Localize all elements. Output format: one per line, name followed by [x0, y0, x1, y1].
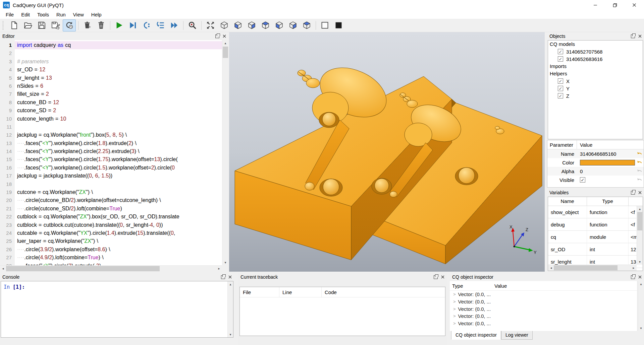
- view-left-button[interactable]: [286, 19, 300, 31]
- scroll-up-icon[interactable]: ▴: [222, 40, 228, 46]
- code-line[interactable]: ····.faces("<Y").workplane().circle(2.25…: [15, 147, 222, 155]
- inspector-row[interactable]: >Vector: (0.0, ...: [450, 320, 637, 327]
- scroll-right-icon[interactable]: ▸: [631, 265, 636, 271]
- tree-group-label[interactable]: CQ models: [548, 41, 643, 48]
- checkbox[interactable]: ✓: [558, 86, 563, 91]
- save-button[interactable]: [35, 19, 48, 31]
- scroll-up-icon[interactable]: ▴: [638, 281, 644, 287]
- code-line[interactable]: cutblock·=·cutblock.cut(cutcone).transla…: [15, 221, 222, 229]
- menu-help[interactable]: Help: [88, 11, 105, 18]
- expand-icon[interactable]: >: [453, 299, 456, 304]
- menu-file[interactable]: File: [2, 11, 17, 18]
- close-panel-icon[interactable]: [441, 275, 444, 279]
- open-file-button[interactable]: [21, 19, 35, 31]
- tab-log-viewer[interactable]: Log viewer: [501, 331, 533, 340]
- code-line[interactable]: cutblock·=·cq.Workplane("ZX").box(sr_OD,…: [15, 213, 222, 221]
- maximize-button[interactable]: [605, 0, 625, 10]
- code-line[interactable]: ····.circle(4.9/2).loft(combine=True)·\: [15, 254, 222, 262]
- cad-model[interactable]: X Z Y: [229, 32, 545, 272]
- tree-group-label[interactable]: Imports: [548, 63, 643, 70]
- close-button[interactable]: [625, 0, 644, 10]
- float-panel-icon[interactable]: [631, 275, 635, 279]
- view-top-button[interactable]: [259, 19, 272, 31]
- wireframe-button[interactable]: [318, 19, 331, 31]
- code-line[interactable]: ····.faces("<Y").workplane().circle(1.5)…: [15, 164, 222, 172]
- tree-item[interactable]: ✓3140652707568: [548, 48, 643, 55]
- code-line[interactable]: fillet_size·=·2: [15, 90, 222, 98]
- code-line[interactable]: nSides·=·6: [15, 82, 222, 90]
- expand-icon[interactable]: >: [453, 314, 456, 319]
- inspector-row[interactable]: >Vector: (0.0, ...: [450, 305, 637, 313]
- close-panel-icon[interactable]: [638, 191, 642, 194]
- view-bottom-button[interactable]: [273, 19, 286, 31]
- menu-edit[interactable]: Edit: [17, 11, 34, 18]
- code-line[interactable]: cutcone·=·cq.Workplane("ZX")·\: [15, 188, 222, 196]
- fit-view-button[interactable]: [204, 19, 217, 31]
- code-line[interactable]: cutcone_SD·=·2: [15, 107, 222, 115]
- clean-button[interactable]: [81, 19, 94, 31]
- code-line[interactable]: sr_lenght·=·13: [15, 74, 222, 82]
- float-panel-icon[interactable]: [631, 34, 635, 38]
- expand-icon[interactable]: >: [453, 321, 456, 326]
- tree-item[interactable]: ✓X: [548, 77, 643, 85]
- inspector-row[interactable]: >Vector: (0.0, ...: [450, 313, 637, 320]
- float-panel-icon[interactable]: [215, 34, 219, 38]
- view-back-button[interactable]: [245, 19, 258, 31]
- parameter-value[interactable]: [577, 160, 635, 165]
- view-front-button[interactable]: [231, 19, 245, 31]
- tab-cq-object-inspector[interactable]: CQ object inspector: [451, 331, 501, 340]
- code-line[interactable]: import·cadquery·as·cq: [15, 41, 222, 49]
- parameter-value[interactable]: 0: [577, 168, 635, 174]
- checkbox[interactable]: ✓: [558, 56, 563, 62]
- checkbox[interactable]: ✓: [580, 177, 585, 183]
- menu-run[interactable]: Run: [53, 11, 69, 18]
- menu-tools[interactable]: Tools: [34, 11, 53, 18]
- checkbox[interactable]: ✓: [558, 93, 563, 98]
- close-panel-icon[interactable]: [638, 275, 642, 279]
- code-line[interactable]: cutcone_length·=·10: [15, 115, 222, 123]
- delete-button[interactable]: [95, 19, 108, 31]
- scroll-left-icon[interactable]: ◂: [549, 265, 553, 271]
- float-panel-icon[interactable]: [631, 191, 635, 195]
- menu-view[interactable]: View: [69, 11, 88, 18]
- editor-horizontal-scrollbar[interactable]: ◂ ▸: [0, 265, 222, 272]
- undo-button[interactable]: [635, 151, 644, 157]
- tree-group-label[interactable]: Helpers: [548, 70, 643, 77]
- autoreload-button[interactable]: [63, 19, 76, 31]
- undo-button[interactable]: [635, 159, 644, 165]
- code-line[interactable]: [15, 180, 222, 188]
- code-line[interactable]: ····.faces("<Y").workplane().circle(1.75…: [15, 155, 222, 163]
- parameter-value[interactable]: ✓: [577, 177, 635, 183]
- code-area[interactable]: import·cadquery·as·cq# parameterssr_OD·=…: [15, 40, 222, 265]
- scrollbar-thumb[interactable]: [554, 265, 618, 270]
- save-as-button[interactable]: [49, 19, 62, 31]
- code-line[interactable]: [15, 49, 222, 57]
- variable-row[interactable]: cqmodule<m: [548, 231, 643, 243]
- code-line[interactable]: jackplug·=·cq.Workplane("front").box(5,·…: [15, 131, 222, 139]
- inspector-vertical-scrollbar[interactable]: ▴ ▾: [638, 281, 644, 331]
- tree-item[interactable]: ✓3140652683616: [548, 55, 643, 63]
- inspect-button[interactable]: [186, 19, 199, 31]
- debug-button[interactable]: [126, 19, 140, 31]
- scroll-down-icon[interactable]: ▾: [637, 259, 643, 265]
- console-input-area[interactable]: In [1]: ▴ ▾: [1, 281, 233, 338]
- inspector-row[interactable]: >Vector: (0.0, ...: [450, 298, 637, 305]
- expand-icon[interactable]: >: [453, 292, 456, 297]
- scrollbar-thumb[interactable]: [637, 212, 642, 230]
- scroll-down-icon[interactable]: ▾: [222, 260, 228, 265]
- scroll-down-icon[interactable]: ▾: [228, 332, 233, 337]
- scrollbar-thumb[interactable]: [223, 47, 228, 58]
- checkbox[interactable]: ✓: [558, 49, 563, 54]
- render-button[interactable]: [113, 19, 126, 31]
- editor-vertical-scrollbar[interactable]: ▴ ▾: [222, 40, 228, 265]
- tree-item[interactable]: ✓Z: [548, 92, 643, 99]
- scroll-up-icon[interactable]: ▴: [637, 206, 643, 212]
- variable-row[interactable]: show_objectfunction<f: [548, 206, 643, 218]
- code-line[interactable]: ····.circle(cutcone_SD/2).loft(combine=T…: [15, 205, 222, 213]
- scroll-up-icon[interactable]: ▴: [228, 281, 233, 287]
- view-right-button[interactable]: [300, 19, 313, 31]
- expand-icon[interactable]: >: [453, 306, 456, 312]
- code-line[interactable]: ····.circle(3.9/2).workplane(offset=8.6)…: [15, 246, 222, 254]
- code-line[interactable]: cutcable·=·cq.Workplane("YX").circle(1.4…: [15, 229, 222, 237]
- close-panel-icon[interactable]: [223, 34, 226, 38]
